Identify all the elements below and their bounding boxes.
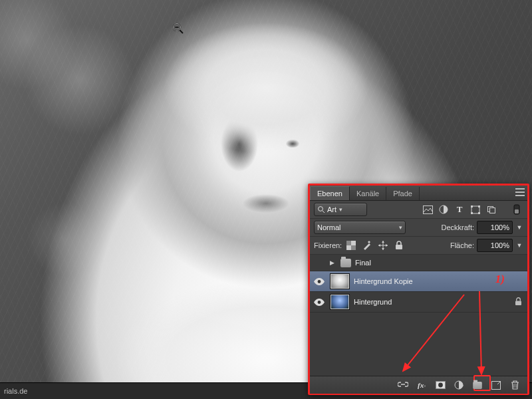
svg-rect-18	[346, 241, 351, 245]
svg-point-27	[438, 383, 443, 388]
layer-row[interactable]: Hintergrund Kopie 1)	[310, 271, 527, 292]
blend-mode-select[interactable]: Normal ▾	[314, 221, 406, 234]
svg-point-22	[318, 301, 321, 304]
new-group-icon[interactable]	[471, 379, 483, 391]
svg-point-4	[319, 207, 323, 211]
svg-point-21	[318, 280, 321, 283]
new-adjustment-layer-icon[interactable]: ▫	[453, 379, 465, 391]
layer-name[interactable]: Hintergrund	[354, 298, 392, 306]
svg-rect-20	[396, 245, 402, 249]
delete-layer-icon[interactable]	[509, 379, 521, 391]
search-icon	[317, 205, 325, 213]
layer-filter-row: Art ▾ T	[310, 201, 527, 219]
lock-transparency-icon[interactable]	[344, 239, 358, 251]
filter-kind-select[interactable]: Art ▾	[314, 203, 367, 216]
layers-panel-footer: fx▫ ▫	[310, 376, 527, 394]
svg-rect-11	[471, 212, 473, 214]
lock-icon	[515, 297, 522, 307]
new-layer-icon[interactable]	[490, 379, 502, 391]
layer-thumbnail[interactable]	[330, 273, 350, 289]
lock-all-icon[interactable]	[392, 239, 406, 251]
svg-line-1	[180, 30, 183, 33]
annotation-label: 1)	[495, 273, 505, 286]
svg-rect-14	[490, 207, 495, 213]
lock-pixels-icon[interactable]	[360, 239, 374, 251]
layers-list[interactable]: ▶ Final Hintergrund Kopie 1) Hintergrund	[310, 255, 527, 376]
lock-row: Fixieren: Fläche: 100% ▼	[310, 237, 527, 255]
blend-row: Normal ▾ Deckkraft: 100% ▼	[310, 219, 527, 237]
layer-group-row[interactable]: ▶ Final	[310, 255, 527, 271]
filter-type-icon[interactable]: T	[453, 203, 466, 215]
chevron-updown-icon: ▾	[339, 206, 342, 213]
chevron-updown-icon: ▾	[399, 224, 402, 231]
eye-icon	[314, 278, 325, 285]
layer-name[interactable]: Hintergrund Kopie	[354, 277, 413, 285]
svg-rect-16	[515, 209, 519, 213]
visibility-toggle[interactable]	[313, 278, 326, 285]
svg-line-5	[323, 211, 325, 213]
svg-rect-12	[478, 212, 480, 214]
filter-shape-icon[interactable]	[469, 203, 482, 215]
fill-value: 100%	[491, 241, 509, 249]
filter-toggle-switch[interactable]	[510, 203, 523, 215]
folder-icon	[340, 259, 351, 267]
eye-icon	[314, 299, 325, 306]
tab-channels[interactable]: Kanäle	[350, 187, 386, 200]
panel-tabs: Ebenen Kanäle Pfade	[310, 186, 527, 201]
fill-label: Fläche:	[450, 241, 474, 249]
filter-kind-label: Art	[327, 205, 336, 213]
panel-menu-icon[interactable]	[515, 188, 525, 196]
fill-flyout-icon[interactable]: ▼	[515, 239, 523, 251]
layer-row[interactable]: Hintergrund	[310, 292, 527, 313]
disclosure-triangle-icon[interactable]: ▶	[330, 259, 336, 266]
group-name[interactable]: Final	[355, 259, 371, 267]
fill-input[interactable]: 100%	[477, 239, 513, 252]
svg-rect-10	[478, 205, 480, 207]
opacity-flyout-icon[interactable]: ▼	[515, 221, 523, 233]
opacity-label: Deckkraft:	[441, 223, 474, 231]
lock-label: Fixieren:	[314, 241, 342, 249]
zoom-out-cursor	[172, 23, 184, 35]
filter-adjustment-icon[interactable]	[437, 203, 450, 215]
blend-mode-value: Normal	[317, 223, 340, 231]
opacity-value: 100%	[491, 223, 509, 231]
add-mask-icon[interactable]	[434, 379, 446, 391]
svg-rect-23	[515, 301, 521, 305]
tab-paths[interactable]: Pfade	[386, 187, 420, 200]
filter-image-icon[interactable]	[421, 203, 434, 215]
layer-thumbnail[interactable]	[330, 294, 350, 310]
tab-layers[interactable]: Ebenen	[310, 186, 350, 200]
filter-smartobject-icon[interactable]	[485, 203, 498, 215]
lock-position-icon[interactable]	[376, 239, 390, 251]
link-layers-icon[interactable]	[397, 379, 409, 391]
opacity-input[interactable]: 100%	[477, 221, 513, 234]
svg-rect-9	[471, 205, 473, 207]
visibility-toggle[interactable]	[313, 299, 326, 306]
status-text: rials.de	[4, 387, 27, 395]
layers-panel: Ebenen Kanäle Pfade Art ▾ T Normal ▾	[308, 184, 529, 395]
svg-rect-19	[351, 245, 356, 250]
layer-fx-icon[interactable]: fx▫	[416, 379, 428, 391]
